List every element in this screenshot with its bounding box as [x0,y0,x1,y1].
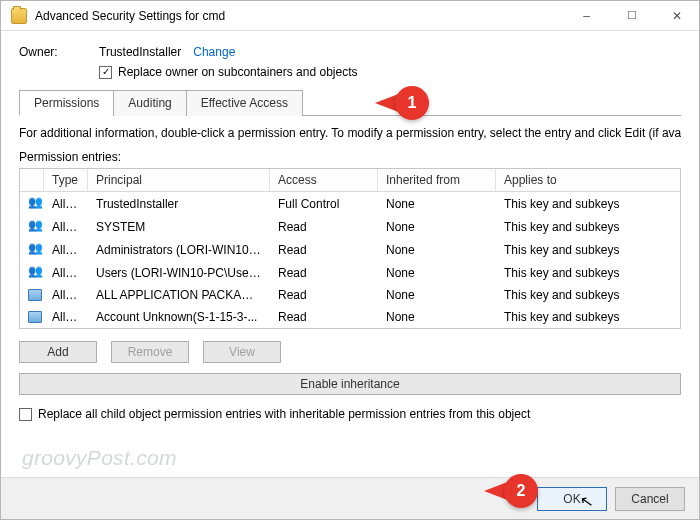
users-icon [20,193,44,214]
tabs: Permissions Auditing Effective Access [19,89,681,116]
content-area: Owner: TrustedInstaller Change Replace o… [1,31,699,477]
cell-inherited: None [378,195,496,213]
col-principal[interactable]: Principal [88,169,270,191]
cell-access: Read [270,241,378,259]
cell-applies: This key and subkeys [496,264,680,282]
col-type[interactable]: Type [44,169,88,191]
cell-principal: Users (LORI-WIN10-PC\Users) [88,264,270,282]
col-access[interactable]: Access [270,169,378,191]
cell-inherited: None [378,264,496,282]
close-button[interactable] [654,2,699,30]
replace-all-row: Replace all child object permission entr… [19,407,681,421]
callout-2: 2 [484,474,538,508]
cell-inherited: None [378,218,496,236]
folder-icon [11,8,27,24]
permission-table: Type Principal Access Inherited from App… [19,168,681,329]
info-text: For additional information, double-click… [19,126,681,140]
callout-1: 1 [375,86,429,120]
table-row[interactable]: AllowTrustedInstallerFull ControlNoneThi… [20,192,680,215]
add-button[interactable]: Add [19,341,97,363]
minimize-button[interactable] [564,2,609,30]
owner-row: Owner: TrustedInstaller Change [19,45,681,59]
replace-owner-checkbox[interactable] [99,66,112,79]
cell-type: Allow [44,241,88,259]
enable-inheritance-button[interactable]: Enable inheritance [19,373,681,395]
footer: OK Cancel [1,477,699,519]
owner-label: Owner: [19,45,99,59]
watermark: groovyPost.com [22,446,177,470]
users-icon [20,239,44,260]
owner-value: TrustedInstaller [99,45,181,59]
users-icon [20,262,44,283]
tab-permissions[interactable]: Permissions [19,90,114,116]
view-button: View [203,341,281,363]
table-row[interactable]: AllowAccount Unknown(S-1-15-3-...ReadNon… [20,306,680,328]
titlebar[interactable]: Advanced Security Settings for cmd [1,1,699,31]
maximize-button[interactable] [609,2,654,30]
cell-applies: This key and subkeys [496,218,680,236]
col-applies[interactable]: Applies to [496,169,680,191]
callout-bubble-2: 2 [504,474,538,508]
replace-all-label[interactable]: Replace all child object permission entr… [38,407,530,421]
callout-bubble-1: 1 [395,86,429,120]
cell-principal: Account Unknown(S-1-15-3-... [88,308,270,326]
cell-access: Full Control [270,195,378,213]
tab-effective-access[interactable]: Effective Access [186,90,303,116]
replace-owner-row: Replace owner on subcontainers and objec… [99,65,681,79]
cell-type: Allow [44,286,88,304]
users-icon [20,216,44,237]
cell-access: Read [270,308,378,326]
cell-applies: This key and subkeys [496,241,680,259]
table-row[interactable]: AllowAdministrators (LORI-WIN10-...ReadN… [20,238,680,261]
change-owner-link[interactable]: Change [193,45,235,59]
tab-auditing[interactable]: Auditing [113,90,186,116]
cell-access: Read [270,264,378,282]
window-controls [564,2,699,30]
replace-all-checkbox[interactable] [19,408,32,421]
cell-applies: This key and subkeys [496,308,680,326]
cell-type: Allow [44,308,88,326]
table-body: AllowTrustedInstallerFull ControlNoneThi… [20,192,680,328]
cell-applies: This key and subkeys [496,286,680,304]
security-settings-window: Advanced Security Settings for cmd Owner… [0,0,700,520]
cell-applies: This key and subkeys [496,195,680,213]
cell-access: Read [270,286,378,304]
table-row[interactable]: AllowSYSTEMReadNoneThis key and subkeys [20,215,680,238]
cell-inherited: None [378,241,496,259]
cell-access: Read [270,218,378,236]
cell-inherited: None [378,286,496,304]
table-header: Type Principal Access Inherited from App… [20,169,680,192]
cell-principal: TrustedInstaller [88,195,270,213]
cell-type: Allow [44,264,88,282]
package-icon [20,285,44,305]
table-row[interactable]: AllowUsers (LORI-WIN10-PC\Users)ReadNone… [20,261,680,284]
cancel-button[interactable]: Cancel [615,487,685,511]
cell-type: Allow [44,218,88,236]
package-icon [20,307,44,327]
col-inherited[interactable]: Inherited from [378,169,496,191]
replace-owner-label[interactable]: Replace owner on subcontainers and objec… [118,65,357,79]
window-title: Advanced Security Settings for cmd [35,9,564,23]
entry-buttons: Add Remove View [19,341,681,363]
entries-label: Permission entries: [19,150,681,164]
cell-principal: SYSTEM [88,218,270,236]
cell-principal: ALL APPLICATION PACKAGES [88,286,270,304]
cell-type: Allow [44,195,88,213]
cell-principal: Administrators (LORI-WIN10-... [88,241,270,259]
ok-button[interactable]: OK [537,487,607,511]
table-row[interactable]: AllowALL APPLICATION PACKAGESReadNoneThi… [20,284,680,306]
remove-button: Remove [111,341,189,363]
cell-inherited: None [378,308,496,326]
col-icon [20,169,44,191]
